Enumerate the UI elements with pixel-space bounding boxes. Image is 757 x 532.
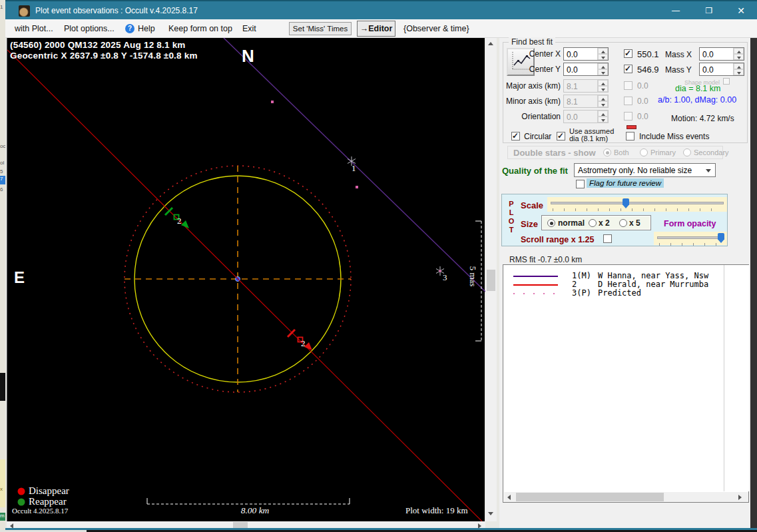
menu-exit[interactable]: Exit [242,24,256,33]
star-y-checkbox[interactable] [624,65,632,73]
center-y-value[interactable]: 0.0 [564,63,597,75]
size-x5-radio[interactable] [619,219,627,227]
list-hscrollbar[interactable] [504,492,748,502]
spin-down-icon[interactable] [734,69,744,75]
legend-reappear-label: Reappear [29,496,67,507]
size-x2-label: x 2 [599,218,610,228]
motion-arrow-red [304,342,315,353]
major-axis-value: 8.1 [564,80,597,92]
scroll-range-label: Scroll range x 1.25 [521,235,594,244]
obs-number: 3(P) [572,288,591,298]
observer-time-label[interactable]: {Observer & time} [403,24,469,33]
double-primary-radio [640,148,648,156]
obs-line-swatch [513,284,558,286]
title-bar[interactable]: Plot event observations : Occult v.4.202… [5,0,757,19]
spin-up-icon[interactable] [734,48,744,54]
circular-label: Circular [524,132,551,141]
center-x-label: Center X [503,49,561,59]
spin-up-icon[interactable] [598,48,608,54]
circular-checkbox[interactable] [511,132,520,140]
bg-fragment: 1 [0,4,5,10]
form-opacity-slider[interactable] [654,232,727,245]
mass-y-label: Mass Y [665,65,692,75]
scalebar-label: 8.00 km [222,505,288,516]
bg-fragment: 5 [0,168,5,174]
scroll-up-icon[interactable] [488,42,493,45]
spin-down-icon[interactable] [598,54,608,60]
scroll-left-icon[interactable] [507,495,511,500]
control-panel: Find best fit Center X 0.0 550.1 Mass X … [499,38,750,528]
center-x-value[interactable]: 0.0 [564,48,597,60]
chord-3-number: 3 [443,272,447,283]
plot-vscrollbar[interactable] [485,38,497,521]
menu-with-plot[interactable]: with Plot... [15,24,53,33]
spin-up-icon[interactable] [598,63,608,69]
scroll-right-icon[interactable] [738,495,742,500]
use-assumed-label: Use assumeddia (8.1 km) [569,128,614,142]
plot-area[interactable]: (54560) 2000 QM132 2025 Aug 12 8.1 km Ge… [7,38,485,521]
shape-model-checkbox[interactable] [723,78,730,85]
minor-axis-label: Minor axis (km) [503,97,561,106]
mass-y-spinner[interactable]: 0.0 [699,63,744,76]
mass-x-spinner[interactable]: 0.0 [699,47,744,61]
menu-help[interactable]: Help [138,24,155,33]
scroll-down-icon[interactable] [488,512,493,515]
close-button[interactable]: ✕ [730,1,752,21]
orientation-spinner: 0.0 [563,110,609,123]
quality-dropdown[interactable]: Astrometry only. No reliable size [574,163,716,177]
menu-plot-options[interactable]: Plot options... [64,24,115,33]
list-hscroll-thumb[interactable] [516,493,664,501]
plot-title-line2: Geocentric X 2637.9 ±0.8 Y -1574.8 ±0.8 … [10,51,198,61]
scroll-range-checkbox[interactable] [603,234,612,243]
menu-keep-form-on-top[interactable]: Keep form on top [168,24,232,33]
minimize-button[interactable]: — [664,1,687,21]
major-axis-spinner: 8.1 [563,79,609,93]
disappear-legend-dot [18,488,25,495]
observations-list[interactable]: 1(M) W Hanna, near Yass, Nsw 2 D Herald,… [503,264,749,503]
size-x2-radio[interactable] [589,219,597,227]
flag-review-checkbox[interactable] [576,180,585,188]
mass-y-value[interactable]: 0.0 [700,63,733,75]
chord-2-number-reappear: 2 [177,216,182,226]
chord-2-number-disappear: 2 [301,338,306,349]
predicted-dot [271,101,274,103]
bg-yellow-patch [0,459,5,507]
spin-down-icon[interactable] [598,69,608,75]
center-y-spinner[interactable]: 0.0 [563,63,609,76]
plot-vertical-label: PLOT [508,200,515,234]
ab-dmag-text: a/b: 1.00, dMag: 0.00 [658,95,736,105]
star-x-checkbox[interactable] [624,49,632,58]
version-label: Occult 4.2025.8.17 [12,507,68,515]
opacity-slider-track[interactable] [657,236,724,239]
scale-slider[interactable] [547,197,727,212]
editor-button[interactable]: →Editor [357,21,395,37]
find-best-fit-group: Find best fit Center X 0.0 550.1 Mass X … [503,42,748,143]
scale-slider-thumb[interactable] [623,198,629,208]
minor-axis-spinner: 8.1 [563,95,609,108]
size-normal-label: normal [558,218,585,228]
mass-x-value[interactable]: 0.0 [700,48,733,60]
bg-selected-row: 7 [0,176,5,184]
spin-down-icon[interactable] [734,54,744,60]
double-both-label: Both [614,148,629,156]
major-axis-unc-value: 0.0 [637,81,648,91]
opacity-slider-thumb[interactable] [718,233,724,243]
chevron-down-icon[interactable] [706,169,711,172]
obs-name: Predicted [598,288,641,298]
center-x-spinner[interactable]: 0.0 [563,47,609,61]
double-primary-label: Primary [650,148,676,156]
use-assumed-checkbox[interactable] [557,132,565,140]
menu-bar: with Plot... Plot options... ? Help Keep… [5,19,757,38]
maximize-button[interactable]: ❒ [698,1,720,21]
vscroll-thumb[interactable] [487,270,495,291]
set-miss-times-button[interactable]: Set 'Miss' Times [289,22,352,35]
bg-fragment: oc [0,143,5,149]
double-stars-group: Double stars - show Both Primary Seconda… [507,146,723,159]
spin-up-icon[interactable] [734,63,744,69]
major-axis-label: Major axis (km) [503,81,561,91]
size-normal-radio[interactable] [547,219,555,227]
scale-slider-track[interactable] [551,202,724,204]
include-miss-checkbox[interactable] [626,132,634,140]
plot-controls-panel: PLOT Scale Size normal x 2 x 5 Form opac… [501,194,728,246]
quality-label: Quality of the fit [502,166,568,176]
